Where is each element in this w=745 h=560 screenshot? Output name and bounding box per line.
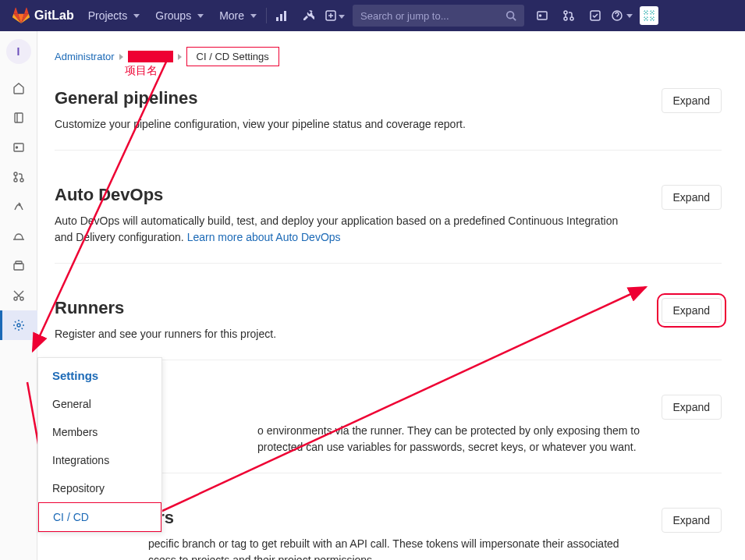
svg-rect-18	[14, 264, 23, 270]
project-avatar[interactable]: I	[6, 39, 31, 64]
activity-icon[interactable]	[268, 0, 295, 31]
rail-home-icon[interactable]	[0, 73, 37, 103]
svg-point-6	[540, 15, 541, 16]
user-avatar[interactable]	[640, 6, 658, 25]
expand-button[interactable]: Expand	[662, 395, 722, 420]
flyout-item-repository[interactable]: Repository	[38, 474, 161, 502]
svg-point-22	[17, 324, 20, 327]
svg-point-15	[14, 172, 17, 175]
breadcrumb-root[interactable]: Administrator	[55, 51, 115, 62]
chevron-right-icon	[119, 54, 123, 60]
section-title: General pipelines	[55, 88, 466, 108]
flyout-item-integrations[interactable]: Integrations	[38, 446, 161, 474]
section-desc: Register and see your runners for this p…	[55, 326, 276, 342]
issues-icon[interactable]	[529, 0, 555, 31]
expand-button[interactable]: Expand	[662, 185, 722, 210]
left-sidebar: I	[0, 31, 37, 560]
section-runners: Runners Register and see your runners fo…	[55, 298, 722, 360]
svg-rect-13	[14, 144, 23, 151]
breadcrumb-current: CI / CD Settings	[186, 47, 279, 66]
section-auto-devops: Auto DevOps Auto DevOps will automatical…	[55, 185, 722, 264]
svg-point-8	[564, 17, 567, 20]
help-icon[interactable]	[608, 0, 635, 31]
chevron-right-icon	[178, 54, 182, 60]
rail-registry-icon[interactable]	[0, 251, 37, 281]
expand-button[interactable]: Expand	[662, 88, 722, 113]
svg-point-4	[507, 12, 514, 19]
settings-flyout: Settings General Members Integrations Re…	[37, 357, 162, 533]
expand-button[interactable]: Expand	[662, 508, 722, 533]
svg-rect-0	[276, 17, 278, 21]
annotation-project-name: 项目名	[125, 64, 158, 78]
rail-cicd-icon[interactable]	[0, 192, 37, 222]
section-desc: pecific branch or tag to get rebuilt wit…	[55, 536, 632, 560]
flyout-item-general[interactable]: General	[38, 390, 161, 418]
todos-icon[interactable]	[582, 0, 608, 31]
rail-repository-icon[interactable]	[0, 103, 37, 133]
svg-point-7	[564, 11, 567, 14]
merge-requests-icon[interactable]	[555, 0, 582, 31]
svg-point-16	[14, 179, 17, 182]
search-input[interactable]	[360, 10, 506, 22]
breadcrumb-project-redacted[interactable]	[128, 51, 173, 62]
rail-issues-icon[interactable]	[0, 133, 37, 162]
learn-more-link[interactable]: Learn more about Auto DevOps	[187, 231, 341, 243]
top-navbar: GitLab Projects Groups More	[0, 0, 745, 31]
brand-name: GitLab	[34, 9, 74, 23]
wrench-icon[interactable]	[295, 0, 321, 31]
section-desc: Customize your pipeline configuration, v…	[55, 116, 466, 133]
svg-rect-12	[15, 113, 23, 122]
flyout-title: Settings	[38, 358, 161, 390]
svg-rect-2	[284, 11, 286, 21]
search-icon	[506, 10, 516, 21]
gitlab-logo[interactable]: GitLab	[6, 7, 80, 24]
svg-point-14	[16, 147, 17, 148]
expand-button-runners[interactable]: Expand	[662, 298, 722, 323]
rail-operations-icon[interactable]	[0, 222, 37, 251]
svg-point-17	[20, 179, 23, 182]
svg-rect-19	[16, 261, 22, 264]
search-box[interactable]	[353, 5, 524, 27]
flyout-item-members[interactable]: Members	[38, 418, 161, 446]
section-general-pipelines: General pipelines Customize your pipelin…	[55, 88, 722, 151]
section-title: Runners	[55, 298, 276, 318]
nav-groups[interactable]: Groups	[147, 0, 211, 31]
nav-more[interactable]: More	[211, 0, 264, 31]
section-title: Auto DevOps	[55, 185, 632, 205]
svg-point-9	[570, 17, 573, 20]
rail-snippets-icon[interactable]	[0, 281, 37, 310]
svg-point-21	[20, 297, 23, 300]
plus-icon[interactable]	[321, 0, 348, 31]
svg-rect-1	[280, 14, 282, 21]
flyout-item-cicd[interactable]: CI / CD	[38, 502, 161, 532]
rail-merge-icon[interactable]	[0, 162, 37, 192]
section-desc: Auto DevOps will automatically build, te…	[55, 213, 632, 246]
gitlab-icon	[12, 7, 30, 24]
section-desc: o environments via the runner. They can …	[156, 423, 662, 455]
nav-projects[interactable]: Projects	[80, 0, 148, 31]
rail-settings-icon[interactable]	[0, 310, 37, 340]
svg-point-20	[14, 297, 17, 300]
